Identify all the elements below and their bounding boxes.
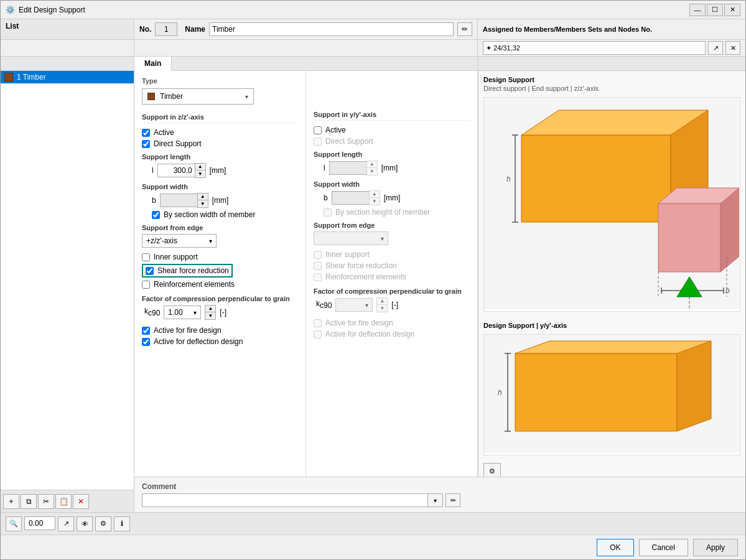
zz-l-input[interactable] — [157, 164, 195, 177]
zz-reinforcement-checkbox[interactable] — [142, 281, 150, 289]
duplicate-button[interactable]: ⧉ — [21, 494, 37, 509]
yy-kc90-decrement[interactable]: ▼ — [377, 305, 387, 312]
view-button[interactable]: 👁 — [77, 516, 93, 531]
info-button[interactable]: ℹ — [114, 516, 130, 531]
zz-active-fire-label: Active for fire design — [154, 326, 221, 335]
yy-by-section-height-checkbox[interactable] — [324, 208, 332, 217]
yy-active-fire-checkbox[interactable] — [314, 319, 322, 327]
yy-b-unit: [mm] — [384, 194, 401, 202]
yy-active-checkbox[interactable] — [314, 126, 322, 134]
zz-shear-force-checkbox[interactable] — [146, 267, 154, 275]
yy-b-input[interactable] — [332, 191, 369, 205]
name-edit-button[interactable]: ✏ — [457, 22, 472, 36]
bottom-toolbar: 🔍 0.00 ↗ 👁 ⚙ ℹ — [1, 512, 745, 534]
yy-direct-support-checkbox[interactable] — [314, 138, 322, 146]
yy-l-input[interactable] — [329, 161, 366, 175]
svg-text:b: b — [725, 286, 730, 295]
yy-l-decrement[interactable]: ▼ — [367, 168, 377, 175]
zz-active-deflection-row: Active for deflection design — [142, 337, 298, 346]
diagram-settings-button[interactable]: ⚙ — [483, 463, 501, 477]
yy-b-label: b — [324, 194, 328, 202]
settings-button[interactable]: ⚙ — [95, 516, 111, 531]
tabs-right-spacer — [478, 57, 745, 70]
yy-reinforcement-checkbox[interactable] — [314, 273, 322, 281]
zoom-button[interactable]: 🔍 — [6, 516, 22, 531]
no-input[interactable] — [155, 22, 177, 36]
assigned-clear-button[interactable]: ✕ — [725, 41, 740, 55]
comment-input[interactable] — [142, 495, 427, 506]
zz-edge-value: +z/z'-axis — [146, 236, 209, 245]
assigned-select-button[interactable]: ↗ — [708, 41, 723, 55]
yy-l-increment[interactable]: ▲ — [367, 161, 377, 168]
sidebar-item-1-timber[interactable]: 1 Timber — [1, 71, 134, 83]
zz-support-length-title: Support length — [142, 153, 298, 161]
zz-kc90-arrow: ▾ — [193, 309, 197, 316]
apply-button[interactable]: Apply — [693, 539, 738, 556]
zz-l-increment[interactable]: ▲ — [195, 164, 205, 170]
zz-b-label: b — [152, 196, 156, 205]
zz-kc90-increment[interactable]: ▲ — [205, 306, 215, 312]
yy-active-deflection-checkbox[interactable] — [314, 330, 322, 338]
zz-direct-support-checkbox[interactable] — [142, 140, 150, 148]
close-button[interactable]: ✕ — [724, 4, 740, 16]
comment-input-row: ▾ ✏ — [142, 493, 460, 507]
no-group: No. — [139, 22, 177, 36]
comment-section: Comment ▾ ✏ — [134, 477, 745, 512]
no-name-area: No. Name ✏ — [134, 19, 478, 39]
yy-inner-support-label: Inner support — [325, 250, 370, 259]
delete-button[interactable]: ✕ — [73, 494, 89, 509]
zz-active-fire-checkbox[interactable] — [142, 327, 150, 335]
maximize-button[interactable]: ☐ — [707, 4, 723, 16]
yy-kc90-increment[interactable]: ▲ — [377, 298, 387, 305]
cut-button[interactable]: ✂ — [38, 494, 54, 509]
zz-active-label: Active — [154, 128, 174, 137]
yy-support-edge-dropdown[interactable]: ▾ — [314, 231, 388, 245]
yy-reinforcement-label: Reinforcement elements — [325, 273, 406, 281]
yy-shear-force-row: Shear force reduction — [314, 261, 470, 270]
copy-button[interactable]: 📋 — [55, 494, 72, 509]
yy-inner-support-checkbox[interactable] — [314, 251, 322, 259]
zz-b-decrement[interactable]: ▼ — [198, 200, 208, 207]
select-button[interactable]: ↗ — [58, 516, 74, 531]
comment-dropdown-button[interactable]: ▾ — [427, 494, 442, 506]
yy-kc90-dropdown[interactable]: ▾ — [335, 298, 373, 312]
zz-inner-support-checkbox[interactable] — [142, 253, 150, 261]
design-support-subtitle-1: Direct support | End support | z/z'-axis — [483, 85, 740, 92]
assigned-input-row: ↗ ✕ — [1, 40, 745, 57]
design-support-title-1: Design Support — [483, 76, 740, 83]
zz-b-input[interactable] — [160, 194, 197, 207]
yy-b-increment[interactable]: ▲ — [370, 191, 380, 198]
ok-button[interactable]: OK — [597, 539, 633, 556]
new-item-button[interactable]: + — [3, 494, 19, 509]
yy-kc90-spinner: ▲ ▼ — [376, 297, 388, 312]
yy-factor-group: Factor of compression perpendicular to g… — [314, 287, 470, 312]
zz-l-label: l — [152, 166, 154, 175]
yy-active-fire-row: Active for fire design — [314, 319, 470, 327]
comment-edit-button[interactable]: ✏ — [445, 493, 460, 507]
zz-active-deflection-checkbox[interactable] — [142, 338, 150, 346]
tab-main[interactable]: Main — [134, 57, 172, 71]
svg-marker-1 — [521, 135, 671, 222]
cancel-button[interactable]: Cancel — [639, 539, 688, 556]
zz-by-section-width-checkbox[interactable] — [152, 211, 160, 219]
yy-b-decrement[interactable]: ▼ — [370, 198, 380, 205]
assigned-input[interactable] — [483, 41, 706, 55]
zz-b-increment[interactable]: ▲ — [198, 194, 208, 200]
zz-by-section-width-row: By section width of member — [142, 210, 298, 219]
zz-l-decrement[interactable]: ▼ — [195, 170, 205, 177]
zz-support-edge-dropdown[interactable]: +z/z'-axis ▾ — [142, 234, 217, 248]
zz-active-checkbox[interactable] — [142, 129, 150, 137]
main-body: 1 Timber + ⧉ ✂ 📋 ✕ Type — [1, 71, 745, 512]
minimize-button[interactable]: — — [689, 4, 706, 16]
zz-kc90-value: 1.00 — [168, 308, 193, 317]
yy-shear-force-checkbox[interactable] — [314, 262, 322, 270]
zz-kc90-dropdown[interactable]: 1.00 ▾ — [164, 306, 201, 319]
zz-kc90-decrement[interactable]: ▼ — [205, 312, 215, 319]
type-selected-text: Timber — [160, 92, 245, 101]
yy-b-row: b ▲ ▼ [mm] — [314, 190, 470, 205]
name-input[interactable] — [209, 22, 454, 36]
sidebar-header: List — [1, 19, 134, 39]
tabs-sidebar-spacer — [1, 57, 134, 70]
type-dropdown[interactable]: Timber ▾ — [142, 88, 254, 105]
zz-kc90-row: kc90 1.00 ▾ ▲ ▼ [-] — [142, 305, 298, 320]
